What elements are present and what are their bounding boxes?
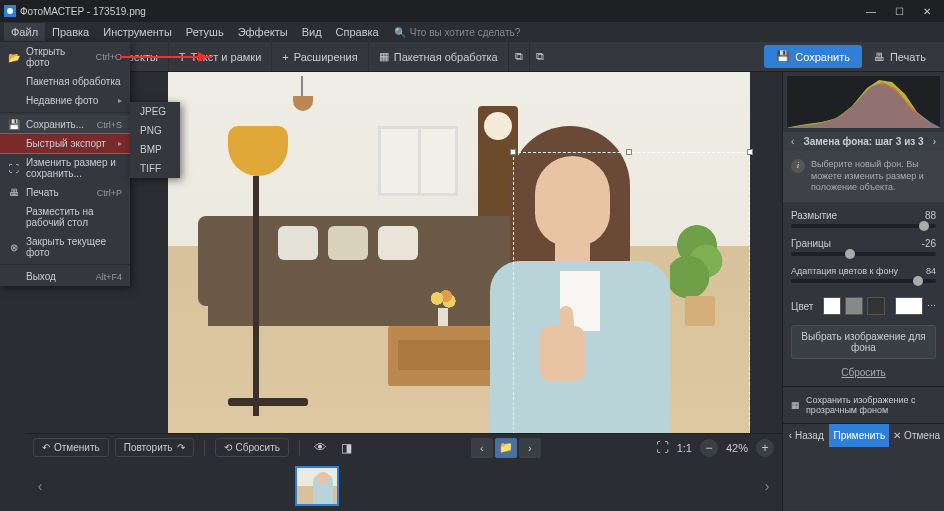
export-submenu: JPEG PNG BMP TIFF [130, 102, 180, 178]
annotation-arrow [120, 56, 212, 58]
menu-tools[interactable]: Инструменты [96, 23, 179, 41]
edges-track[interactable] [791, 252, 936, 256]
tool-batch[interactable]: ▦Пакетная обработка [369, 42, 509, 71]
print-icon: 🖶 [8, 187, 20, 198]
blur-handle[interactable] [919, 221, 929, 231]
save-icon: 💾 [776, 50, 790, 63]
export-bmp[interactable]: BMP [130, 140, 180, 159]
save-button[interactable]: 💾Сохранить [764, 45, 862, 68]
step-prev[interactable]: ‹ [791, 136, 794, 147]
folder-nav: ‹ 📁 › [471, 438, 541, 458]
slider-edges: Границы-26 [791, 238, 936, 256]
menu-view[interactable]: Вид [295, 23, 329, 41]
photo-canvas[interactable] [168, 72, 750, 433]
selection-handle-tm[interactable] [626, 149, 632, 155]
save-alpha-row[interactable]: ▦ Сохранить изображение с прозрачным фон… [783, 386, 944, 423]
info-icon: i [791, 159, 805, 173]
info-box: i Выберите новый фон. Вы можете изменить… [783, 151, 944, 202]
selection-handle-tr[interactable] [747, 149, 753, 155]
strip-prev[interactable]: ‹ [33, 466, 47, 506]
menu-retouch[interactable]: Ретушь [179, 23, 231, 41]
print-icon: 🖶 [874, 51, 885, 63]
maximize-button[interactable]: ☐ [886, 2, 912, 20]
selection-handle-tl[interactable] [510, 149, 516, 155]
nav-next[interactable]: › [519, 438, 541, 458]
nav-folder[interactable]: 📁 [495, 438, 517, 458]
nav-prev[interactable]: ‹ [471, 438, 493, 458]
titlebar: ФотоМАСТЕР - 173519.png — ☐ ✕ [0, 0, 944, 22]
back-button[interactable]: ‹Назад [783, 424, 829, 447]
plus-icon: + [282, 51, 288, 63]
selection-border[interactable] [513, 152, 750, 434]
edges-handle[interactable] [845, 249, 855, 259]
dd-print[interactable]: 🖶ПечатьCtrl+P [0, 183, 130, 202]
export-jpeg[interactable]: JPEG [130, 102, 180, 121]
strip-next[interactable]: › [760, 466, 774, 506]
export-png[interactable]: PNG [130, 121, 180, 140]
step-next[interactable]: › [933, 136, 936, 147]
dd-recent[interactable]: Недавние фото▸ [0, 91, 130, 110]
color-row: Цвет ⋯ [783, 291, 944, 321]
step-title: Замена фона: шаг 3 из 3 [803, 136, 923, 147]
chevron-right-icon: ▸ [118, 96, 122, 105]
adapt-track[interactable] [791, 279, 936, 283]
dd-save[interactable]: 💾Сохранить...Ctrl+S [0, 115, 130, 134]
reset-button[interactable]: ⟲Сбросить [215, 438, 289, 457]
slider-adapt: Адаптация цветов к фону84 [791, 266, 936, 283]
menu-edit[interactable]: Правка [45, 23, 96, 41]
menu-search[interactable]: 🔍 Что вы хотите сделать? [394, 27, 521, 38]
right-panel: ‹ Замена фона: шаг 3 из 3 › i Выберите н… [782, 72, 944, 511]
menubar: Файл Правка Инструменты Ретушь Эффекты В… [0, 22, 944, 42]
compare-icon[interactable]: ◨ [337, 441, 356, 455]
dd-close[interactable]: ⊗Закрыть текущее фото [0, 232, 130, 262]
transparency-icon: ▦ [791, 400, 800, 410]
window-title: ФотоМАСТЕР - 173519.png [20, 6, 146, 17]
menu-help[interactable]: Справка [329, 23, 386, 41]
file-dropdown: 📂Открыть фотоCtrl+O Пакетная обработка Н… [0, 42, 130, 286]
thumbnail-current[interactable] [295, 466, 339, 506]
eye-icon[interactable]: 👁 [310, 440, 331, 455]
undo-icon: ↶ [42, 442, 50, 453]
menu-effects[interactable]: Эффекты [231, 23, 295, 41]
dd-batch[interactable]: Пакетная обработка [0, 72, 130, 91]
slider-blur: Размытие88 [791, 210, 936, 228]
tool-copy[interactable]: ⧉ [509, 42, 530, 71]
apply-button[interactable]: Применить [829, 424, 889, 447]
dd-quick-export[interactable]: Быстрый экспорт▸ [0, 134, 130, 153]
print-button[interactable]: 🖶Печать [862, 46, 938, 68]
close-button[interactable]: ✕ [914, 2, 940, 20]
minimize-button[interactable]: — [858, 2, 884, 20]
folder-icon: 📂 [8, 52, 20, 63]
dd-resize[interactable]: ⛶Изменить размер и сохранить... [0, 153, 130, 183]
app-icon [4, 5, 16, 17]
tool-extensions[interactable]: +Расширения [272, 42, 368, 71]
redo-icon: ↷ [177, 442, 185, 453]
menu-file[interactable]: Файл [4, 23, 45, 41]
swatch-custom[interactable] [895, 297, 923, 315]
swatch-white[interactable] [823, 297, 841, 315]
adapt-value: 84 [926, 266, 936, 276]
redo-button[interactable]: Повторить↷ [115, 438, 194, 457]
ratio-button[interactable]: 1:1 [677, 442, 692, 454]
dd-exit[interactable]: ВыходAlt+F4 [0, 267, 130, 286]
swatch-dark[interactable] [867, 297, 885, 315]
zoom-in[interactable]: + [756, 439, 774, 457]
adapt-handle[interactable] [913, 276, 923, 286]
panel-reset-link[interactable]: Сбросить [783, 363, 944, 382]
blur-track[interactable] [791, 224, 936, 228]
search-placeholder: Что вы хотите сделать? [410, 27, 521, 38]
undo-button[interactable]: ↶Отменить [33, 438, 109, 457]
close-icon: ⊗ [8, 242, 20, 253]
export-tiff[interactable]: TIFF [130, 159, 180, 178]
dd-desktop[interactable]: Разместить на рабочий стол [0, 202, 130, 232]
color-more[interactable]: ⋯ [927, 301, 936, 311]
swatch-gray[interactable] [845, 297, 863, 315]
fit-icon[interactable]: ⛶ [656, 440, 669, 455]
cancel-button[interactable]: ✕Отмена [889, 424, 944, 447]
choose-bg-button[interactable]: Выбрать изображение для фона [791, 325, 936, 359]
zoom-out[interactable]: − [700, 439, 718, 457]
dd-open[interactable]: 📂Открыть фотоCtrl+O [0, 42, 130, 72]
chevron-left-icon: ‹ [789, 430, 792, 441]
resize-icon: ⛶ [8, 163, 20, 174]
tool-paste[interactable]: ⧉ [530, 42, 550, 71]
